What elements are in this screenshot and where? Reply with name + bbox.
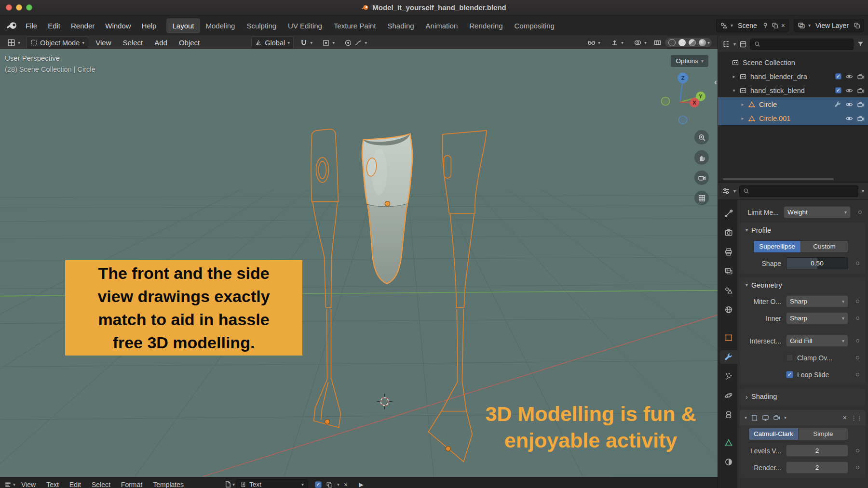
shading-panel-header[interactable]: › Shading	[740, 389, 866, 404]
properties-search-input[interactable]	[739, 185, 858, 197]
outliner-editor-caret-icon[interactable]: ▾	[733, 42, 736, 47]
simple-button[interactable]: Simple	[799, 428, 848, 440]
unlink-scene-icon[interactable]: ×	[781, 22, 785, 29]
options-button[interactable]: Options ▾	[671, 55, 708, 67]
geometry-panel-header[interactable]: ▾ Geometry	[740, 277, 866, 293]
outliner-search-input[interactable]	[750, 39, 854, 50]
tab-render-icon[interactable]	[720, 226, 737, 239]
edit-mode-toggle-icon[interactable]	[751, 414, 758, 422]
shading-rendered-icon[interactable]	[699, 39, 706, 46]
outliner-row-hand-stick-blender[interactable]: ▾ hand_stick_blend ✓	[718, 83, 868, 97]
profile-panel-header[interactable]: ▾ Profile	[740, 223, 866, 238]
eye-icon[interactable]	[845, 87, 853, 94]
animate-dot[interactable]	[856, 339, 859, 343]
text-menu-select[interactable]: Select	[87, 481, 115, 488]
camera-visibility-icon[interactable]	[857, 115, 865, 122]
gizmos-dropdown[interactable]: ▾	[607, 36, 627, 49]
outliner-editor-icon[interactable]	[722, 40, 730, 48]
animate-dot[interactable]	[856, 317, 859, 320]
properties-editor-caret-icon[interactable]: ▾	[733, 189, 736, 194]
tab-modifiers-icon[interactable]	[720, 350, 737, 364]
outliner-row-circle[interactable]: ▸ Circle	[718, 97, 868, 111]
profile-custom-button[interactable]: Custom	[801, 241, 848, 252]
tab-view-layer-icon[interactable]	[720, 264, 737, 278]
sidebar-toggle-icon[interactable]: ‹	[714, 77, 717, 87]
close-window-button[interactable]	[6, 4, 12, 11]
levels-viewport-field[interactable]: 2	[786, 445, 848, 457]
text-menu-templates[interactable]: Templates	[148, 481, 189, 488]
collection-exclude-checkbox[interactable]: ✓	[835, 73, 841, 79]
eye-icon[interactable]	[845, 115, 853, 122]
snap-target-dropdown[interactable]: ▾	[319, 36, 338, 49]
text-menu-view[interactable]: View	[16, 481, 41, 488]
text-menu-edit[interactable]: Edit	[65, 481, 86, 488]
text-register-checkbox[interactable]: ✓	[315, 481, 322, 488]
clamp-overlap-checkbox[interactable]	[786, 354, 793, 361]
render-display-icon[interactable]	[773, 414, 780, 422]
shape-slider[interactable]: 0.50	[786, 257, 848, 269]
scene-browse-caret-icon[interactable]: ▾	[731, 23, 733, 28]
intersection-dropdown[interactable]: Grid Fill▾	[786, 335, 848, 347]
catmull-clark-button[interactable]: Catmull-Clark	[749, 428, 799, 440]
tab-tool-icon[interactable]	[720, 207, 737, 220]
menu-edit[interactable]: Edit	[42, 19, 66, 33]
expand-icon[interactable]: ▸	[739, 116, 746, 121]
miter-outer-dropdown[interactable]: Sharp▾	[786, 295, 848, 307]
expand-icon[interactable]: ▸	[739, 102, 746, 107]
tab-modeling[interactable]: Modeling	[200, 18, 241, 33]
menu-render[interactable]: Render	[66, 19, 100, 33]
camera-visibility-icon[interactable]	[857, 101, 865, 108]
camera-visibility-icon[interactable]	[857, 73, 865, 80]
viewport-menu-object[interactable]: Object	[175, 39, 204, 47]
eye-icon[interactable]	[845, 73, 853, 80]
levels-render-field[interactable]: 2	[786, 462, 848, 474]
text-extras-caret-icon[interactable]: ▾	[337, 482, 339, 487]
limit-method-dropdown[interactable]: Weight ▾	[784, 206, 851, 218]
viewport-menu-add[interactable]: Add	[150, 39, 172, 47]
scene-browse-icon[interactable]	[720, 22, 728, 29]
tab-rendering[interactable]: Rendering	[463, 18, 508, 33]
camera-visibility-icon[interactable]	[857, 87, 865, 94]
shading-material-icon[interactable]	[689, 39, 696, 46]
tab-world-icon[interactable]	[720, 303, 737, 317]
zoom-window-button[interactable]	[26, 4, 32, 11]
tab-object-data-icon[interactable]	[720, 436, 737, 449]
tab-output-icon[interactable]	[720, 245, 737, 259]
tab-constraints-icon[interactable]	[720, 408, 737, 422]
view-layer-caret-icon[interactable]: ▾	[808, 23, 811, 28]
orientation-dropdown[interactable]: Global ▾	[251, 36, 294, 49]
properties-editor-icon[interactable]	[722, 187, 730, 195]
tab-sculpting[interactable]: Sculpting	[241, 18, 282, 33]
drag-handle-icon[interactable]: ⋮⋮	[851, 414, 862, 422]
text-editor-type-icon[interactable]	[4, 480, 12, 488]
tab-texture-paint[interactable]: Texture Paint	[328, 18, 382, 33]
blender-logo-icon[interactable]	[6, 19, 18, 32]
eye-icon[interactable]	[845, 101, 853, 108]
3d-viewport[interactable]: User Perspective (28) Scene Collection |…	[0, 49, 718, 477]
text-menu-text[interactable]: Text	[41, 481, 64, 488]
realtime-display-icon[interactable]	[762, 414, 769, 422]
tab-compositing[interactable]: Compositing	[509, 18, 560, 33]
animate-dot[interactable]	[856, 356, 859, 359]
editor-type-selector[interactable]: ▾	[4, 36, 24, 49]
menu-window[interactable]: Window	[100, 19, 136, 33]
tab-animation[interactable]: Animation	[420, 18, 464, 33]
tab-physics-icon[interactable]	[720, 389, 737, 402]
text-menu-format[interactable]: Format	[116, 481, 147, 488]
new-view-layer-icon[interactable]	[854, 22, 860, 29]
run-script-icon[interactable]: ▶	[359, 482, 363, 488]
outliner-row-scene-collection[interactable]: Scene Collection	[718, 55, 868, 69]
navigation-gizmo[interactable]: Z Y X	[651, 68, 714, 131]
overlays-dropdown[interactable]: ▾	[630, 36, 650, 49]
properties-options-caret-icon[interactable]: ▾	[862, 189, 864, 194]
camera-view-button[interactable]	[694, 171, 709, 185]
view-layer-name[interactable]: View Layer	[814, 22, 851, 29]
new-text-caret-icon[interactable]: ▾	[232, 482, 235, 487]
tab-uv-editing[interactable]: UV Editing	[282, 18, 328, 33]
miter-inner-dropdown[interactable]: Sharp▾	[786, 312, 848, 324]
tab-object-icon[interactable]	[720, 331, 737, 344]
new-scene-icon[interactable]	[772, 22, 778, 29]
text-editor-type-caret-icon[interactable]: ▾	[13, 482, 15, 487]
profile-superellipse-button[interactable]: Superellipse	[754, 241, 801, 252]
outliner-row-hand-blender-drawing[interactable]: ▸ hand_blender_dra ✓	[718, 69, 868, 83]
